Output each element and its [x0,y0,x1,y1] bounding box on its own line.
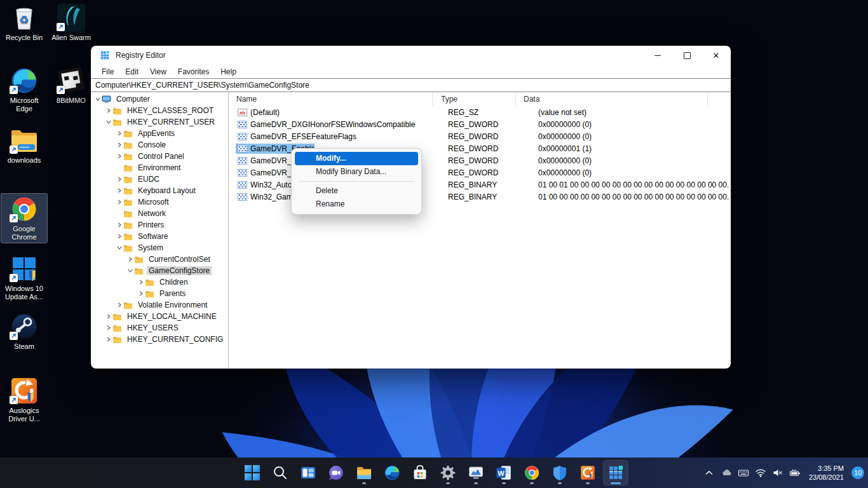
taskbar-task-view-button[interactable] [295,460,321,485]
value-row[interactable]: GameDVR_EFSEFeatureFlagsREG_DWORD0x00000… [229,130,731,142]
tree-chevron-icon[interactable] [126,268,134,274]
context-menu-rename[interactable]: Rename [292,198,421,211]
tree-chevron-icon[interactable] [104,107,112,114]
tree-chevron-icon[interactable] [126,256,134,262]
context-menu-modify-[interactable]: Modify... [295,152,418,165]
tree-chevron-icon[interactable] [104,119,112,125]
tree-chevron-icon[interactable] [137,279,145,285]
taskbar-task-manager-button[interactable] [463,460,489,485]
taskbar-chat-button[interactable] [323,460,349,485]
tree-chevron-icon[interactable] [115,187,123,194]
tree-item-control-panel[interactable]: Control Panel [91,151,228,162]
desktop-icon-windows10-update[interactable]: Windows 10Update As... [1,254,47,302]
menu-help[interactable]: Help [215,66,242,78]
column-header-type[interactable]: Type [433,92,516,106]
tree-item-console[interactable]: Console [91,139,228,151]
tree-chevron-icon[interactable] [115,199,123,205]
tree-chevron-icon[interactable] [115,130,123,137]
menu-file[interactable]: File [96,66,119,78]
taskbar-chrome-button[interactable] [519,460,545,485]
menu-favorites[interactable]: Favorites [172,66,215,78]
taskbar-regedit-button[interactable] [603,460,628,485]
tree-item-hkey-current-user[interactable]: HKEY_CURRENT_USER [91,116,228,128]
close-button[interactable]: ✕ [702,46,731,65]
tree-chevron-icon[interactable] [115,176,123,182]
taskbar-edge-button[interactable] [379,460,405,485]
menu-view[interactable]: View [144,66,172,78]
tray-wifi-icon[interactable] [755,467,766,478]
tree-chevron-icon[interactable] [137,290,145,297]
tree-item-eudc[interactable]: EUDC [91,173,228,185]
maximize-button[interactable] [672,46,702,65]
desktop: ♻Recycle BinAlien SwarmMicrosoftEdge8Bit… [0,0,868,488]
tree-chevron-icon[interactable] [115,233,123,240]
tree-chevron-icon[interactable] [93,96,102,102]
tree-chevron-icon[interactable] [115,153,123,159]
context-menu-delete[interactable]: Delete [292,184,421,198]
tree-item-keyboard-layout[interactable]: Keyboard Layout [91,185,228,196]
taskbar-store-button[interactable] [407,460,433,485]
tray-battery-icon[interactable] [789,467,801,478]
tree-item-label: Software [136,232,170,241]
tree-item-currentcontrolset[interactable]: CurrentControlSet [91,254,228,265]
taskbar-word-button[interactable]: W [491,460,517,485]
desktop-icon-recycle-bin[interactable]: ♻Recycle Bin [1,3,47,43]
taskbar-settings-button[interactable] [435,460,461,485]
value-row[interactable]: ab(Default)REG_SZ(value not set) [229,106,731,118]
tree-item-environment[interactable]: Environment [91,162,228,173]
desktop-icon-downloads[interactable]: downloads [1,125,47,166]
tree-chevron-icon[interactable] [115,142,123,148]
desktop-icon-steam[interactable]: Steam [1,311,47,352]
desktop-icon-google-chrome[interactable]: GoogleChrome [1,194,47,243]
tree-item-children[interactable]: Children [91,276,228,288]
desktop-icon-auslogics[interactable]: AuslogicsDriver U... [1,376,47,424]
taskbar-search-button[interactable] [268,460,293,485]
tray-onedrive-icon[interactable] [721,467,732,478]
tree-item-hkey-classes-root[interactable]: HKEY_CLASSES_ROOT [91,105,228,116]
value-name-block: GameDVR_DXGIHonorFSEWindowsCompatible [236,119,416,130]
tree-chevron-icon[interactable] [115,222,123,228]
column-header-empty [708,92,731,106]
tree-item-hkey-local-machine[interactable]: HKEY_LOCAL_MACHINE [91,311,228,322]
tree-item-software[interactable]: Software [91,231,228,242]
taskbar-file-explorer-button[interactable] [351,460,377,485]
tree-chevron-icon[interactable] [115,302,123,308]
tree-item-parents[interactable]: Parents [91,288,228,299]
tray-volume-muted-icon[interactable] [772,467,783,478]
context-menu-modify-binary-data-[interactable]: Modify Binary Data... [292,165,421,179]
tree-item-hkey-current-config[interactable]: HKEY_CURRENT_CONFIG [91,334,228,345]
minimize-button[interactable] [643,46,672,65]
binary-value-icon [238,181,248,189]
tree-item-hkey-users[interactable]: HKEY_USERS [91,322,228,334]
tree-item-computer[interactable]: Computer [91,93,228,105]
column-header-data[interactable]: Data [516,92,708,106]
tree-chevron-icon[interactable] [104,336,112,342]
menu-edit[interactable]: Edit [119,66,144,78]
tree-item-printers[interactable]: Printers [91,219,228,231]
notification-badge[interactable]: 10 [851,466,864,479]
tree-item-microsoft[interactable]: Microsoft [91,196,228,208]
tree-item-system[interactable]: System [91,242,228,254]
tray-touch-keyboard-icon[interactable] [738,467,749,478]
folder-icon [123,152,133,161]
taskbar-auslogics-button[interactable] [575,460,600,485]
taskbar-defender-button[interactable] [547,460,573,485]
column-header-name[interactable]: Name [229,92,433,106]
value-row[interactable]: GameDVR_DXGIHonorFSEWindowsCompatibleREG… [229,118,731,130]
tree-item-volatile-environment[interactable]: Volatile Environment [91,299,228,311]
tree-item-appevents[interactable]: AppEvents [91,128,228,139]
tree-chevron-icon[interactable] [104,313,112,320]
desktop-icon-8bitmmo[interactable]: 8BitMMO [48,65,94,106]
tree-item-gameconfigstore[interactable]: GameConfigStore [91,265,228,276]
computer-icon [102,95,112,104]
desktop-icon-microsoft-edge[interactable]: MicrosoftEdge [1,65,47,114]
address-bar[interactable]: Computer\HKEY_CURRENT_USER\System\GameCo… [91,78,731,92]
tree-chevron-icon[interactable] [104,325,112,331]
shortcut-arrow-icon [10,146,18,154]
tray-chevron-up-icon[interactable] [703,467,715,478]
taskbar-start-button[interactable] [240,460,265,485]
tree-chevron-icon[interactable] [115,245,123,251]
tray-clock[interactable]: 3:35 PM 23/08/2021 [809,464,844,482]
tree-item-network[interactable]: Network [91,208,228,219]
desktop-icon-alien-swarm[interactable]: Alien Swarm [48,3,94,43]
